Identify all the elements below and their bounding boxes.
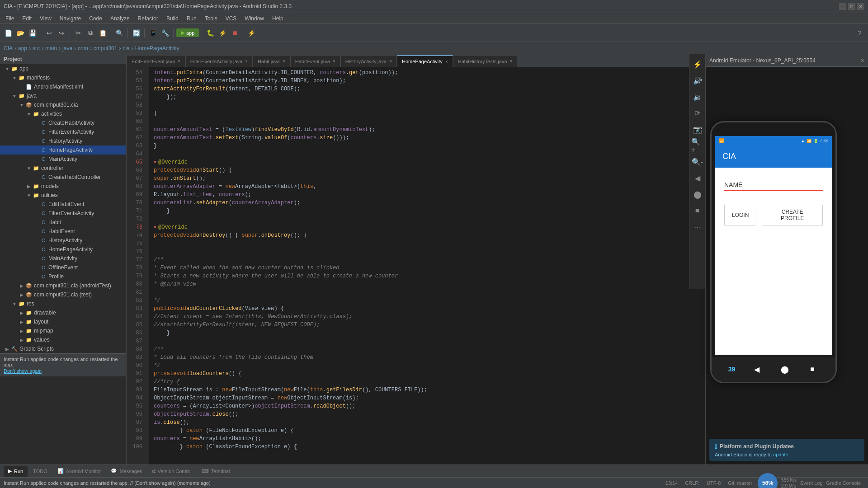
more-options-icon[interactable]: ⋯ bbox=[691, 221, 704, 233]
sidebar-item-utilities[interactable]: ▼ 📁 utilities bbox=[0, 191, 126, 200]
toolbar-search-btn[interactable]: 🔍 bbox=[114, 28, 125, 38]
menu-edit[interactable]: Edit bbox=[19, 14, 35, 23]
toolbar-new-btn[interactable]: 📄 bbox=[3, 28, 14, 38]
sidebar-item-test[interactable]: ▶ 📦 com.cmput301.cia (test) bbox=[0, 290, 126, 299]
tab-habithistory[interactable]: HabitHistoryTests.java × bbox=[453, 55, 518, 67]
zoom-in-icon[interactable]: 🔍+ bbox=[691, 139, 704, 152]
tab-close-habit[interactable]: × bbox=[283, 59, 285, 64]
toolbar-profile-btn[interactable]: ⚡ bbox=[217, 28, 228, 38]
phone-home-button[interactable]: ⬤ bbox=[778, 363, 791, 375]
maximize-button[interactable]: □ bbox=[848, 3, 855, 10]
sidebar-item-app[interactable]: ▼ 📁 app bbox=[0, 64, 126, 73]
sidebar-item-history[interactable]: ▼ C HistoryActivity bbox=[0, 136, 126, 145]
sidebar-item-mainactivity[interactable]: ▼ C MainActivity bbox=[0, 155, 126, 164]
sidebar-item-mainactivity2[interactable]: ▼ C MainActivity bbox=[0, 254, 126, 263]
menu-refactor[interactable]: Refactor bbox=[134, 14, 162, 23]
volume-up-icon[interactable]: 🔊 bbox=[691, 74, 704, 87]
dont-show-again-link[interactable]: Don't show again bbox=[4, 368, 42, 374]
status-encoding[interactable]: CRLF: bbox=[685, 480, 699, 486]
nav-com[interactable]: com bbox=[78, 45, 88, 52]
sidebar-item-androidmanifest[interactable]: ▼ 📄 AndroidManifest.xml bbox=[0, 82, 126, 91]
emulator-close-button[interactable]: × bbox=[861, 57, 864, 64]
sidebar-item-models[interactable]: ▶ 📁 models bbox=[0, 182, 126, 191]
menu-run[interactable]: Run bbox=[183, 14, 200, 23]
bottom-tab-android-monitor[interactable]: 📊 Android Monitor bbox=[53, 466, 106, 477]
sidebar-item-activities[interactable]: ▼ 📁 activities bbox=[0, 109, 126, 118]
tab-close-habitevent[interactable]: × bbox=[333, 59, 335, 64]
nav-cia-pkg[interactable]: cia bbox=[123, 45, 129, 52]
menu-window[interactable]: Window bbox=[241, 14, 268, 23]
screenshot-icon[interactable]: 📷 bbox=[691, 123, 704, 136]
phone-back-button[interactable]: ◀ bbox=[750, 363, 763, 375]
phone-login-button[interactable]: LOGIN bbox=[724, 205, 756, 225]
toolbar-undo-btn[interactable]: ↩ bbox=[44, 28, 55, 38]
sidebar-item-createhabitcontroller[interactable]: ▼ C CreateHabitController bbox=[0, 173, 126, 182]
run-app-button[interactable]: ▶ app bbox=[176, 28, 199, 37]
tab-close-edithabitevent[interactable]: × bbox=[178, 59, 180, 64]
bottom-tab-messages[interactable]: 💬 Messages bbox=[106, 466, 146, 477]
sidebar-item-edithabitevent[interactable]: ▼ C EditHabitEvent bbox=[0, 200, 126, 209]
menu-analyze[interactable]: Analyze bbox=[107, 14, 133, 23]
back-nav-icon[interactable]: ◀ bbox=[691, 172, 704, 184]
tab-close-habithistory[interactable]: × bbox=[510, 59, 513, 64]
tab-history[interactable]: HistoryActivity.java × bbox=[340, 55, 397, 67]
menu-view[interactable]: View bbox=[36, 14, 55, 23]
tab-habitevent[interactable]: HabitEvent.java × bbox=[290, 55, 340, 67]
minimize-button[interactable]: — bbox=[839, 3, 846, 10]
volume-down-icon[interactable]: 🔉 bbox=[691, 90, 704, 103]
sidebar-item-historyactivity2[interactable]: ▼ C HistoryActivity bbox=[0, 236, 126, 245]
nav-homepage[interactable]: HomePageActivity bbox=[135, 45, 179, 52]
nav-cia[interactable]: CIA bbox=[4, 45, 13, 52]
toolbar-copy-btn[interactable]: ⧉ bbox=[85, 28, 96, 38]
tab-close-homepage[interactable]: × bbox=[445, 59, 448, 64]
sidebar-item-homepage2[interactable]: ▼ C HomePageActivity bbox=[0, 245, 126, 254]
status-position[interactable]: 13:14 bbox=[665, 480, 678, 486]
nav-src[interactable]: src bbox=[33, 45, 40, 52]
toolbar-open-btn[interactable]: 📂 bbox=[15, 28, 26, 38]
close-button[interactable]: ✕ bbox=[857, 3, 864, 10]
sidebar-item-java[interactable]: ▼ 📁 java bbox=[0, 91, 126, 100]
sidebar-item-gradle[interactable]: ▶ 🔨 Gradle Scripts bbox=[0, 344, 126, 353]
sidebar-item-drawable[interactable]: ▶ 📁 drawable bbox=[0, 308, 126, 317]
toolbar-redo-btn[interactable]: ↪ bbox=[56, 28, 67, 38]
notification-update-link[interactable]: update bbox=[773, 452, 788, 457]
tab-close-filterevents[interactable]: × bbox=[245, 59, 248, 64]
toolbar-save-btn[interactable]: 💾 bbox=[27, 28, 38, 38]
menu-tools[interactable]: Tools bbox=[201, 14, 221, 23]
sidebar-item-com-cmput301-cia[interactable]: ▼ 📦 com.cmput301.cia bbox=[0, 100, 126, 109]
toolbar-stop-btn[interactable]: ⏹ bbox=[229, 28, 240, 38]
menu-build[interactable]: Build bbox=[163, 14, 182, 23]
toolbar-sdk-btn[interactable]: 🔧 bbox=[160, 28, 170, 38]
nav-java[interactable]: java bbox=[62, 45, 72, 52]
nav-cmput301[interactable]: cmput301 bbox=[94, 45, 118, 52]
sidebar-item-filterevents[interactable]: ▼ C FilterEventsActivity bbox=[0, 127, 126, 136]
menu-file[interactable]: File bbox=[2, 14, 18, 23]
sidebar-item-androidtest[interactable]: ▶ 📦 com.cmput301.cia (androidTest) bbox=[0, 281, 126, 290]
phone-name-input[interactable] bbox=[750, 181, 829, 188]
bottom-tab-run[interactable]: ▶ Run bbox=[4, 466, 28, 477]
sidebar-item-layout[interactable]: ▶ 📁 layout bbox=[0, 317, 126, 326]
sidebar-item-habit[interactable]: ▼ C Habit bbox=[0, 218, 126, 227]
event-log-label[interactable]: Event Log bbox=[800, 480, 823, 486]
phone-recents-button[interactable]: ■ bbox=[806, 363, 819, 375]
sidebar-item-createhabit[interactable]: ▼ C CreateHabitActivity bbox=[0, 118, 126, 127]
bottom-tab-version-control[interactable]: ⑆ Version Control bbox=[148, 466, 196, 477]
toolbar-debug-btn[interactable]: 🐛 bbox=[205, 28, 216, 38]
code-lines[interactable]: intent.putExtra(CounterDetailsActivity.I… bbox=[149, 67, 705, 465]
sidebar-item-offlineevent[interactable]: ▼ C OfflineEvent bbox=[0, 263, 126, 272]
bottom-tab-todo[interactable]: TODO bbox=[28, 466, 52, 477]
sidebar-item-filterevents2[interactable]: ▼ C FilterEventsActivity bbox=[0, 209, 126, 218]
zoom-out-icon[interactable]: 🔍- bbox=[691, 155, 704, 168]
bottom-tab-terminal[interactable]: ⌨ Terminal bbox=[197, 466, 235, 477]
sidebar-item-homepage[interactable]: ▼ C HomePageActivity bbox=[0, 145, 126, 155]
nav-app[interactable]: app bbox=[18, 45, 27, 52]
home-nav-icon[interactable]: ⬤ bbox=[691, 188, 704, 201]
sidebar-item-mipmap[interactable]: ▶ 📁 mipmap bbox=[0, 326, 126, 335]
toolbar-help-btn[interactable]: ? bbox=[854, 28, 865, 38]
menu-code[interactable]: Code bbox=[85, 14, 106, 23]
menu-help[interactable]: Help bbox=[269, 14, 287, 23]
phone-create-profile-button[interactable]: CREATE PROFILE bbox=[762, 205, 823, 225]
sidebar-item-values[interactable]: ▶ 📁 values bbox=[0, 335, 126, 344]
tab-close-history[interactable]: × bbox=[389, 59, 392, 64]
power-icon[interactable]: ⚡ bbox=[691, 58, 704, 70]
